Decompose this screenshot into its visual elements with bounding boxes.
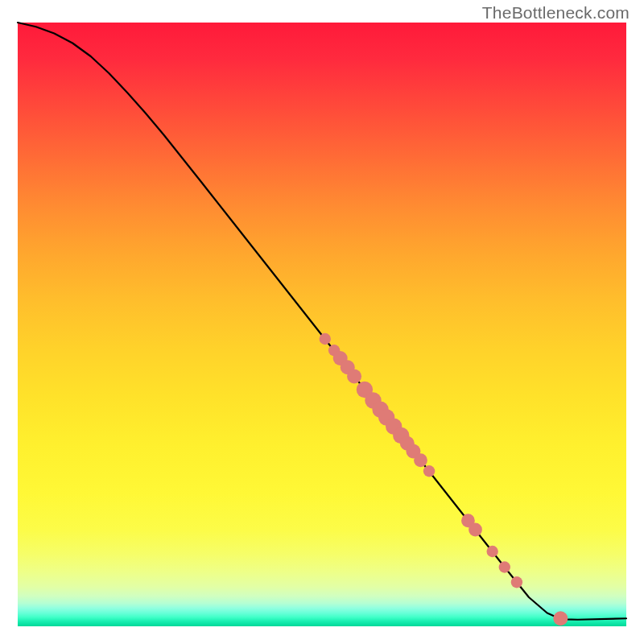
data-marker [347, 369, 361, 384]
data-marker [499, 561, 510, 572]
data-marker [320, 333, 331, 345]
plot-area [18, 23, 626, 626]
curve-line [18, 23, 626, 620]
watermark-text: TheBottleneck.com [482, 3, 630, 23]
data-marker [469, 523, 482, 537]
data-marker [511, 576, 522, 588]
chart-container: TheBottleneck.com [0, 0, 644, 644]
data-marker [423, 465, 435, 477]
data-marker [414, 453, 427, 467]
chart-svg [18, 23, 626, 626]
data-marker [486, 546, 497, 557]
data-marker [553, 611, 568, 625]
data-markers [320, 333, 568, 625]
